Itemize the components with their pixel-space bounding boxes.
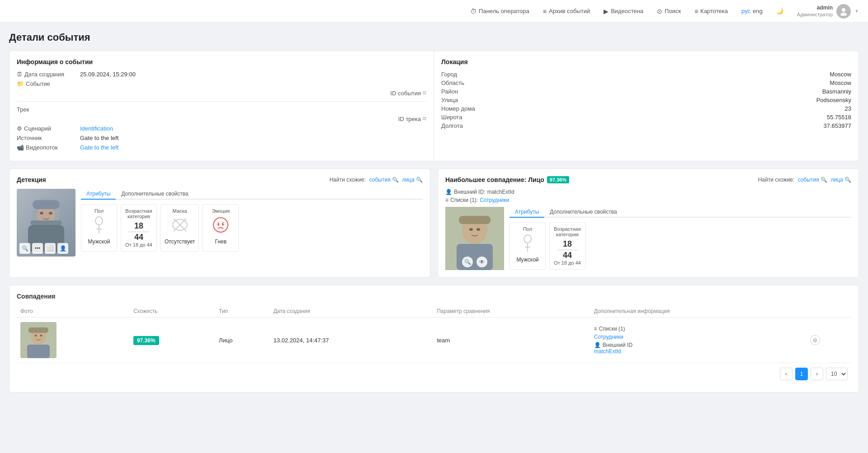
attr-age-top: 18 xyxy=(125,222,153,231)
location-panel: Локация Город Moscow Область Moscow Райо… xyxy=(434,51,859,161)
source-value: Gate to the left xyxy=(80,135,118,141)
match-list-link[interactable]: Сотрудники xyxy=(480,197,509,203)
detection-match-section: Детекция Найти схожие: события 🔍 лица 🔍 xyxy=(9,168,859,278)
user-menu-chevron[interactable]: ▼ xyxy=(854,9,859,14)
event-id-row: ID события ⧉ xyxy=(17,90,426,97)
svg-point-26 xyxy=(524,235,531,243)
loc-nomer-label: Номер дома xyxy=(441,105,646,112)
track-id-copy[interactable]: ⧉ xyxy=(423,116,426,121)
svg-point-19 xyxy=(222,224,224,226)
loc-lon-label: Долгота xyxy=(441,122,646,129)
match-gender-title: Пол xyxy=(514,226,542,232)
match-attr-cards: Пол Мужской Возрастнаякатегория 18 44 xyxy=(509,222,851,270)
prev-page-btn[interactable]: ‹ xyxy=(780,368,793,380)
tab-extra-props[interactable]: Дополнительные свойства xyxy=(116,189,193,200)
match-info-content: 🔍 👁 Атрибуты Дополнительные свойства Пол xyxy=(445,207,851,270)
match-tab-extra[interactable]: Дополнительные свойства xyxy=(544,207,622,218)
detection-search-faces-icon[interactable]: 🔍 xyxy=(416,177,423,183)
more-btn[interactable]: ••• xyxy=(32,243,43,254)
theme-toggle-icon[interactable]: 🌙 xyxy=(776,8,783,14)
nav-kartoteka[interactable]: ≡ Картотека xyxy=(694,8,728,15)
match-tab-attributes[interactable]: Атрибуты xyxy=(509,207,544,218)
nav-archive[interactable]: ≡ Архив событий xyxy=(543,8,590,15)
loc-oblast-value: Moscow xyxy=(646,79,852,86)
tab-attributes[interactable]: Атрибуты xyxy=(81,189,116,200)
main-content: Детали события Информация о событии 🗓 Да… xyxy=(0,23,868,409)
match-attr-gender: Пол Мужской xyxy=(509,222,546,270)
user-menu[interactable]: admin Администратор ▼ xyxy=(797,4,859,19)
svg-point-4 xyxy=(40,212,43,215)
info-lists-row: ≡ Списки (1) xyxy=(594,326,803,332)
match-search-faces-icon[interactable]: 🔍 xyxy=(844,177,851,183)
loc-ulica-value: Podsosensky xyxy=(646,97,852,103)
stream-value[interactable]: Gate to the left xyxy=(80,144,118,151)
person-icon: 👤 xyxy=(445,189,452,195)
matches-title: Совпадения xyxy=(17,293,851,300)
detection-faces-link[interactable]: лица xyxy=(402,177,414,183)
nav-search[interactable]: ⊙ Поиск xyxy=(657,8,681,15)
match-faces-link[interactable]: лица xyxy=(830,177,843,183)
attr-mask-value: Отсутствует xyxy=(165,238,195,245)
page-size-select[interactable]: 10 25 50 xyxy=(826,368,848,380)
lang-ru[interactable]: рус xyxy=(741,8,750,14)
detection-header: Детекция Найти схожие: события 🔍 лица 🔍 xyxy=(17,176,423,183)
current-page-btn[interactable]: 1 xyxy=(795,368,808,380)
loc-city-value: Moscow xyxy=(646,71,852,78)
cell-param: team xyxy=(433,318,590,363)
cell-extra-info: ≡ Списки (1) Сотрудники 👤 Внешний ID xyxy=(590,318,807,363)
detection-card: Детекция Найти схожие: события 🔍 лица 🔍 xyxy=(9,168,430,278)
match-gender-value: Мужской xyxy=(514,257,542,263)
detection-find-similar: Найти схожие: события 🔍 лица 🔍 xyxy=(330,177,423,183)
lang-en[interactable]: eng xyxy=(753,8,763,14)
source-row: Источник Gate to the left xyxy=(17,135,426,141)
gender-icon xyxy=(85,216,113,237)
svg-rect-34 xyxy=(27,345,50,358)
detection-search-events-icon[interactable]: 🔍 xyxy=(392,177,399,183)
zoom-btn[interactable]: 🔍 xyxy=(19,243,30,254)
date-value: 25.09.2024, 15:29:00 xyxy=(80,71,136,78)
attr-mask-title: Маска xyxy=(165,208,195,214)
scenario-value[interactable]: Identification xyxy=(80,125,113,132)
date-label: 🗓 Дата создания xyxy=(17,71,80,78)
match-view-btn[interactable]: 👁 xyxy=(476,257,487,267)
event-id-copy[interactable]: ⧉ xyxy=(423,90,426,96)
svg-point-18 xyxy=(217,224,219,226)
match-attributes-section: Атрибуты Дополнительные свойства Пол Муж… xyxy=(509,207,851,270)
col-actions xyxy=(807,305,851,318)
info-lists-link[interactable]: Сотрудники xyxy=(594,334,623,340)
person-add-btn[interactable]: 👤 xyxy=(57,243,68,254)
source-label: Источник xyxy=(17,135,80,141)
col-type: Тип xyxy=(215,305,270,318)
cell-date: 13.02.2024, 14:47:37 xyxy=(270,318,434,363)
cell-type: Лицо xyxy=(215,318,270,363)
stream-label: 📹 Видеопоток xyxy=(17,144,80,151)
video-icon: ▶ xyxy=(604,8,609,15)
loc-lon-value: 37.653977 xyxy=(646,122,852,129)
info-ext-id-value[interactable]: matchExtId xyxy=(594,348,621,355)
add-action-btn[interactable]: ⊕ xyxy=(810,335,820,345)
match-search-events-icon[interactable]: 🔍 xyxy=(821,177,827,183)
cell-action: ⊕ xyxy=(807,318,851,363)
attr-emotion: Эмоция Г xyxy=(203,204,239,252)
svg-point-32 xyxy=(40,335,42,336)
kartoteka-icon: ≡ xyxy=(694,8,698,15)
attr-age: Возрастнаякатегория 18 44 От 18 до 44 xyxy=(121,204,157,252)
mask-icon xyxy=(165,216,195,237)
match-events-link[interactable]: события xyxy=(798,177,819,183)
match-attr-age: Возрастнаякатегория 18 44 От 18 до 44 xyxy=(549,222,585,270)
match-row-photo xyxy=(20,322,57,358)
nav-operator-panel[interactable]: ⏱ Панель оператора xyxy=(470,8,529,15)
attr-age-sub: От 18 до 44 xyxy=(125,242,153,248)
user-role: Администратор xyxy=(797,11,833,18)
nav-videowall[interactable]: ▶ Видеостена xyxy=(604,8,643,15)
loc-city-label: Город xyxy=(441,71,646,78)
detection-attr-tabs: Атрибуты Дополнительные свойства xyxy=(81,189,423,200)
detection-events-link[interactable]: события xyxy=(369,177,391,183)
list-icon: ≡ xyxy=(445,197,448,203)
svg-point-22 xyxy=(469,228,473,231)
page-title: Детали события xyxy=(9,32,859,43)
expand-btn[interactable]: ⬜ xyxy=(45,243,56,254)
next-page-btn[interactable]: › xyxy=(811,368,823,380)
detection-attributes-section: Атрибуты Дополнительные свойства Пол Муж… xyxy=(81,189,423,257)
match-zoom-btn[interactable]: 🔍 xyxy=(462,257,473,267)
